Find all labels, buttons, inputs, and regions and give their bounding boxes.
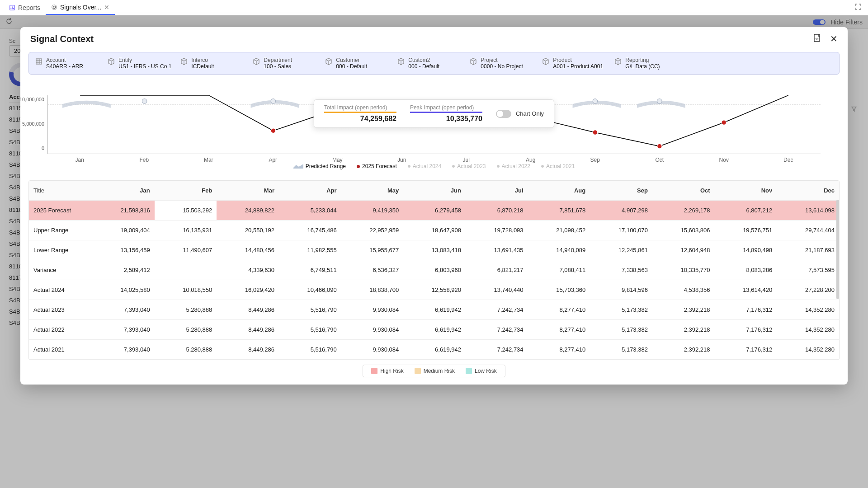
table-cell: 5,516,790 <box>279 300 341 320</box>
row-label: Actual 2024 <box>29 280 92 300</box>
close-modal-icon[interactable]: ✕ <box>830 33 838 45</box>
svg-rect-3 <box>13 8 14 9</box>
legend-actual-2023[interactable]: Actual 2023 <box>452 163 486 169</box>
table-col-month[interactable]: Jul <box>466 181 528 201</box>
legend-actual-2021[interactable]: Actual 2021 <box>541 163 575 169</box>
table-cell: 12,558,920 <box>403 280 466 300</box>
legend-actual-2024[interactable]: Actual 2024 <box>408 163 441 169</box>
table-row[interactable]: Upper Range19,009,40416,135,93120,550,19… <box>29 221 839 240</box>
table-cell: 11,982,555 <box>279 240 341 260</box>
context-label: Interco <box>191 57 214 63</box>
table-cell: 22,952,959 <box>341 221 404 240</box>
table-cell: 7,242,734 <box>466 320 528 340</box>
table-cell: 5,280,888 <box>155 300 217 320</box>
tab-bar: Reports Signals Over... ✕ <box>0 0 868 15</box>
data-table: TitleJanFebMarAprMayJunJulAugSepOctNovDe… <box>29 181 839 360</box>
tab-signals[interactable]: Signals Over... ✕ <box>46 0 115 15</box>
collapse-icon[interactable] <box>852 3 864 12</box>
table-cell: 8,083,286 <box>715 260 777 280</box>
table-cell: 5,173,382 <box>590 300 652 320</box>
table-cell: 12,604,948 <box>652 240 715 260</box>
table-cell: 24,889,822 <box>217 201 279 221</box>
context-item[interactable]: IntercoICDefault <box>180 57 244 70</box>
table-cell: 15,703,360 <box>528 280 590 300</box>
close-icon[interactable]: ✕ <box>104 4 109 11</box>
table-cell: 10,018,550 <box>155 280 217 300</box>
table-cell: 8,449,286 <box>217 320 279 340</box>
table-row[interactable]: 2025 Forecast21,598,81615,503,29224,889,… <box>29 201 839 221</box>
table-cell: 7,176,312 <box>715 300 777 320</box>
table-row[interactable]: Lower Range13,156,45911,490,60714,480,45… <box>29 240 839 260</box>
context-item[interactable]: EntityUS1 - IFRS - US Co 1 <box>108 57 171 70</box>
svg-point-25 <box>657 144 662 149</box>
context-value: 0000 - No Project <box>481 63 523 70</box>
table-cell: 21,187,693 <box>777 240 839 260</box>
table-cell: 5,516,790 <box>279 340 341 360</box>
context-item[interactable]: Department100 - Sales <box>253 57 316 70</box>
table-cell: 2,392,218 <box>652 340 715 360</box>
table-cell: 16,029,420 <box>217 280 279 300</box>
table-cell: 15,955,677 <box>341 240 404 260</box>
signals-icon <box>51 4 57 10</box>
table-cell: 6,619,942 <box>403 340 466 360</box>
table-row[interactable]: Actual 20237,393,0405,280,8888,449,2865,… <box>29 300 839 320</box>
table-col-month[interactable]: Aug <box>528 181 590 201</box>
context-item[interactable]: Project0000 - No Project <box>470 57 533 70</box>
table-col-month[interactable]: Sep <box>590 181 652 201</box>
table-col-month[interactable]: Jan <box>92 181 155 201</box>
chart-only-label: Chart Only <box>516 110 544 117</box>
svg-point-17 <box>593 99 598 103</box>
table-cell: 10,335,770 <box>652 260 715 280</box>
tab-reports[interactable]: Reports <box>4 0 46 15</box>
context-label: Customer <box>336 57 367 63</box>
context-item[interactable]: AccountS40ARR - ARR <box>35 57 99 70</box>
table-cell: 7,088,411 <box>528 260 590 280</box>
table-row[interactable]: Actual 202414,025,58010,018,55016,029,42… <box>29 280 839 300</box>
table-col-month[interactable]: Apr <box>279 181 341 201</box>
table-cell: 5,280,888 <box>155 340 217 360</box>
table-col-month[interactable]: Nov <box>715 181 777 201</box>
legend-predicted[interactable]: Predicted Range <box>293 163 346 169</box>
context-item[interactable]: ReportingG/L Data (CC) <box>614 57 678 70</box>
table-col-title[interactable]: Title <box>29 181 92 201</box>
table-cell: 14,352,280 <box>777 340 839 360</box>
context-item[interactable]: ProductA001 - Product A001 <box>542 57 605 70</box>
row-label: Actual 2022 <box>29 320 92 340</box>
table-row[interactable]: Actual 20217,393,0405,280,8888,449,2865,… <box>29 340 839 360</box>
context-label: Project <box>481 57 523 63</box>
legend-forecast[interactable]: 2025 Forecast <box>357 163 397 169</box>
table-cell: 7,393,040 <box>92 340 155 360</box>
table-col-month[interactable]: Mar <box>217 181 279 201</box>
table-cell: 13,614,420 <box>715 280 777 300</box>
table-col-month[interactable]: Dec <box>777 181 839 201</box>
context-item[interactable]: Custom2000 - Default <box>397 57 461 70</box>
context-label: Department <box>264 57 292 63</box>
context-item[interactable]: Customer000 - Default <box>325 57 388 70</box>
context-label: Product <box>553 57 603 63</box>
table-col-month[interactable]: May <box>341 181 404 201</box>
context-label: Account <box>46 57 83 63</box>
table-col-month[interactable]: Feb <box>155 181 217 201</box>
svg-rect-2 <box>12 6 13 9</box>
table-cell: 7,242,734 <box>466 300 528 320</box>
table-cell: 16,745,486 <box>279 221 341 240</box>
total-impact-label: Total Impact (open period) <box>324 104 396 113</box>
legend-actual-2022[interactable]: Actual 2022 <box>497 163 530 169</box>
table-cell: 19,576,751 <box>715 221 777 240</box>
table-scrollbar[interactable] <box>836 200 839 299</box>
context-value: A001 - Product A001 <box>553 63 603 70</box>
table-cell: 18,838,700 <box>341 280 404 300</box>
table-cell: 14,025,580 <box>92 280 155 300</box>
table-cell: 20,550,192 <box>217 221 279 240</box>
context-value: ICDefault <box>191 63 214 70</box>
table-row[interactable]: Variance2,589,4124,339,6306,749,5116,536… <box>29 260 839 280</box>
table-cell: 2,392,218 <box>652 300 715 320</box>
table-row[interactable]: Actual 20227,393,0405,280,8888,449,2865,… <box>29 320 839 340</box>
chart-only-toggle[interactable] <box>496 110 511 118</box>
table-col-month[interactable]: Jun <box>403 181 466 201</box>
svg-rect-10 <box>36 59 42 64</box>
table-cell: 5,173,382 <box>590 320 652 340</box>
table-col-month[interactable]: Oct <box>652 181 715 201</box>
export-pdf-icon[interactable]: PDF <box>813 33 822 45</box>
row-label: Upper Range <box>29 221 92 240</box>
